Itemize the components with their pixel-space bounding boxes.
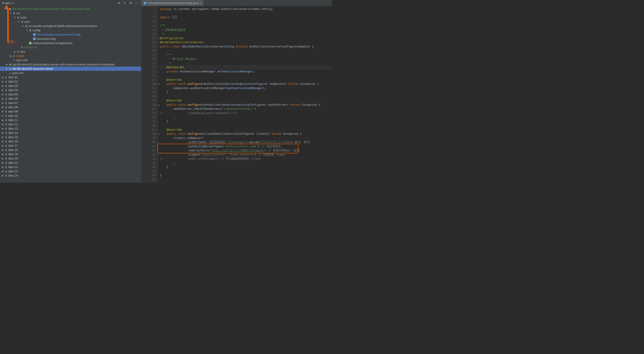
tree-arrow-icon[interactable]: ▶ — [1, 119, 4, 121]
tree-row[interactable]: ▶▮labx-01 — [0, 75, 141, 79]
code-line[interactable]: */ — [160, 32, 332, 36]
tree-arrow-icon[interactable]: ▶ — [1, 153, 4, 155]
code-line[interactable] — [160, 11, 332, 16]
gutter-line-number[interactable]: 45 — [141, 161, 156, 165]
gutter-line-number[interactable]: 35 — [141, 119, 156, 124]
code-line[interactable]: /** — [160, 24, 332, 28]
gutter-line-number[interactable]: 34 — [141, 115, 156, 119]
tree-row[interactable]: ▼▣config — [0, 28, 141, 32]
gutter-line-number[interactable]: 24 — [141, 74, 156, 78]
tree-row[interactable]: ▶▮labx-04 — [0, 88, 141, 92]
dropdown-arrow-icon[interactable]: ▼ — [12, 2, 14, 4]
tree-arrow-icon[interactable]: ▶ — [1, 93, 4, 96]
tree-arrow-icon[interactable]: ▶ — [1, 102, 4, 104]
tree-arrow-icon[interactable]: ▶ — [1, 157, 4, 160]
tree-arrow-icon[interactable]: ▼ — [6, 8, 8, 10]
project-title[interactable]: Project — [2, 1, 11, 5]
tree-row[interactable]: COAuth2AuthorizationServerConfig — [0, 32, 141, 37]
tree-arrow-icon[interactable]: ▶ — [14, 51, 16, 53]
project-tree[interactable]: ▼▣lab-68-demo02-authorization-server-wit… — [0, 6, 141, 183]
tree-arrow-icon[interactable]: ▶ — [6, 64, 8, 66]
tree-row[interactable]: ▶▮labx-23 — [0, 169, 141, 173]
code-line[interactable]: */ — [160, 61, 332, 66]
gutter-line-number[interactable]: 27 — [141, 86, 156, 90]
code-line[interactable]: @Configuration — [160, 36, 332, 41]
gutter-line-number[interactable]: 28 — [141, 90, 156, 95]
code-line[interactable]: @Autowired — [160, 65, 332, 70]
code-line[interactable] — [160, 74, 332, 78]
gutter-line-number[interactable]: 14 — [141, 32, 156, 36]
tree-arrow-icon[interactable]: ▼ — [22, 25, 24, 27]
tree-row[interactable]: ▶▣lab-68-demo02-resource-server — [0, 67, 141, 71]
gutter-line-number[interactable]: 49 — [141, 178, 156, 182]
tree-arrow-icon[interactable]: ▶ — [1, 98, 4, 100]
gutter-line-number[interactable]: 11 — [141, 20, 156, 24]
code-line[interactable]: .scopes("read_userinfo", "read_contacts"… — [160, 153, 332, 157]
gutter-line-number[interactable]: 20 — [141, 57, 156, 61]
tree-row[interactable]: ▶▮labx-15 — [0, 135, 141, 139]
gutter-line-number[interactable]: 12 — [141, 24, 156, 28]
tree-row[interactable]: ▶▮labx-06 — [0, 97, 141, 101]
tree-arrow-icon[interactable]: ▶ — [1, 149, 4, 151]
code-line[interactable] — [160, 95, 332, 99]
tree-row[interactable]: ▼▮src — [0, 11, 141, 15]
gutter-line-number[interactable]: 31o↑ @ — [141, 103, 156, 107]
tree-arrow-icon[interactable]: ▼ — [10, 12, 12, 15]
code-line[interactable]: .redirectUris("http://127.0.0.1:9090/cal… — [160, 148, 332, 153]
tree-row[interactable]: ▶▮labx-08 — [0, 105, 141, 109]
code-line[interactable]: } — [160, 165, 332, 169]
tree-arrow-icon[interactable]: ▶ — [1, 162, 4, 164]
tree-row[interactable]: CAuthorizationServerApplication — [0, 41, 141, 45]
tree-row[interactable]: ▶▮labx-02 — [0, 79, 141, 84]
tree-row[interactable]: ▶▮labx-19 — [0, 152, 141, 156]
tab-oauth2-config[interactable]: C OAuth2AuthorizationServerConfig.java × — [141, 0, 204, 6]
tree-row[interactable]: ▶▮labx-17 — [0, 144, 141, 148]
tree-row[interactable]: ▼▮java — [0, 20, 141, 24]
code-line[interactable]: public void configure(AuthorizationServe… — [160, 82, 332, 86]
tree-arrow-icon[interactable]: ▶ — [1, 115, 4, 117]
hide-panel-icon[interactable]: — — [134, 1, 139, 6]
tree-row[interactable]: ▶▮labx-16 — [0, 139, 141, 144]
code-line[interactable]: @Override — [160, 78, 332, 82]
tree-row[interactable]: mpom.xml — [0, 58, 141, 62]
code-line[interactable]: @EnableAuthorizationServer — [160, 40, 332, 45]
code-line[interactable]: public void configure(ClientDetailsServi… — [160, 132, 332, 136]
gutter-line-number[interactable]: 33 — [141, 111, 156, 115]
tree-row[interactable]: ▶▮labx-03 — [0, 84, 141, 88]
gutter-line-number[interactable]: 46 — [141, 165, 156, 169]
tree-arrow-icon[interactable]: ▶ — [1, 166, 4, 168]
gutter-line-number[interactable]: 43 — [141, 153, 156, 157]
tree-row[interactable]: ▼▮main — [0, 15, 141, 20]
tree-row[interactable]: ▶▮labx-07 — [0, 101, 141, 105]
gutter-line-number[interactable]: 36 — [141, 124, 156, 128]
tree-arrow-icon[interactable]: ▶ — [1, 136, 4, 138]
gutter-line-number[interactable]: 1 — [141, 7, 156, 11]
tree-arrow-icon[interactable]: ▶ — [1, 140, 4, 143]
code-line[interactable]: endpoints.authenticationManager(authenti… — [160, 86, 332, 90]
gutter-line-number[interactable]: 16 — [141, 40, 156, 45]
tree-row[interactable]: ▶▮labx-22 — [0, 165, 141, 169]
gutter-line-number[interactable]: 38o↑ @ — [141, 132, 156, 136]
code-line[interactable]: import ... — [160, 15, 332, 20]
code-line[interactable]: private AuthenticationManager authentica… — [160, 70, 332, 74]
tree-arrow-icon[interactable]: ▶ — [1, 123, 4, 126]
tree-arrow-icon[interactable]: ▶ — [1, 145, 4, 147]
code-area[interactable]: package cn.iocoder.springboot.lab68.auth… — [158, 6, 332, 183]
code-line[interactable]: // .tokenKeyAccess("permitAll()") — [160, 111, 332, 115]
gutter-line-number[interactable]: 42 — [141, 148, 156, 153]
code-line[interactable]: public class OAuth2AuthorizationServerCo… — [160, 45, 332, 49]
tree-row[interactable]: ▶▮labx-21 — [0, 161, 141, 165]
tree-row[interactable]: ▶▮labx-24 — [0, 173, 141, 178]
tree-arrow-icon[interactable]: ▶ — [1, 106, 4, 108]
code-line[interactable]: } — [160, 90, 332, 95]
gutter-line-number[interactable]: 26o↑ @ — [141, 82, 156, 86]
tree-arrow-icon[interactable]: ▶ — [1, 89, 4, 91]
code-line[interactable]: * 用户认证 Manager — [160, 57, 332, 61]
tree-arrow-icon[interactable]: ▶ — [1, 110, 4, 113]
code-line[interactable]: oauthServer.checkTokenAccess("isAuthenti… — [160, 107, 332, 111]
tree-arrow-icon[interactable]: ▶ — [1, 76, 4, 79]
tree-row[interactable]: ▶▮test — [0, 50, 141, 54]
gutter-line-number[interactable]: 37 — [141, 128, 156, 132]
code-line[interactable]: @Override — [160, 99, 332, 103]
code-line[interactable]: @Override — [160, 128, 332, 132]
